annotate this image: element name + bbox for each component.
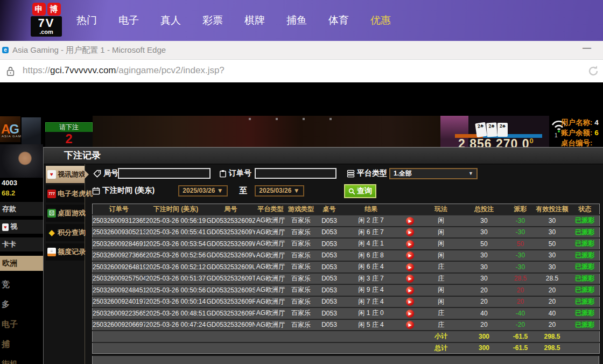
cell-status: 已派彩 [571, 284, 600, 296]
nav-item-真人[interactable]: 真人 [160, 13, 181, 27]
nav-item-电子[interactable]: 电子 [118, 13, 139, 27]
cell-valid-bet: 20 [534, 296, 571, 308]
rail-item[interactable]: 存款 [0, 202, 43, 216]
platform-list-icon [347, 170, 355, 178]
replay-play-button[interactable]: ▶ [406, 240, 414, 248]
sidebar-item-label: 额度记录 [58, 247, 86, 257]
cell-play-type: 庄 [421, 319, 461, 331]
date-from-select[interactable]: 2025/03/26 ▼ [178, 185, 228, 197]
playing-card: 2♣ [475, 122, 487, 137]
nav-item-彩票[interactable]: 彩票 [202, 13, 223, 27]
refresh-icon[interactable] [587, 65, 600, 80]
sidebar-item-积分查询[interactable]: ◆积分查询 [46, 224, 85, 241]
table-header-cell: 桌号 [316, 204, 343, 215]
rail-item[interactable]: 欧洲 [0, 256, 43, 271]
table-row: 2503260092484512025-03-26 00:50:56GD0532… [93, 284, 600, 296]
address-bar: https://gci.7vvvvvv.com/agingame/pcv2/in… [0, 60, 603, 82]
minimize-button[interactable]: — [583, 43, 591, 53]
cell-replay: ▶ [399, 227, 421, 239]
replay-play-button[interactable]: ▶ [406, 251, 414, 260]
window-title: Asia Gaming - 用户配置 1 - Microsoft Edge [12, 45, 166, 55]
table-row: 2503260092736662025-03-26 00:52:56GD0532… [93, 250, 600, 262]
cell-valid-bet: 30 [534, 215, 571, 227]
cell-result: 闲 6 庄 4 [343, 261, 399, 273]
cell-total-bet: 30 [461, 273, 507, 285]
sidebar-item-label: 桌面游戏 [58, 208, 86, 218]
cell-bet-time: 2025-03-26 00:51:37 [145, 273, 207, 285]
search-button[interactable]: 查询 [344, 184, 376, 198]
nav-item-热门[interactable]: 热门 [76, 13, 97, 27]
cell-result: 闲 3 庄 7 [343, 273, 399, 285]
tag-icon [93, 170, 101, 178]
cell-payout: -30 [507, 227, 534, 239]
logo-badges: 申 博 [32, 3, 61, 16]
platform-label: 平台类型 [357, 169, 387, 178]
replay-play-button[interactable]: ▶ [406, 286, 414, 295]
rail-item[interactable]: 多 [0, 298, 43, 311]
rail-item[interactable]: 卡卡 [0, 237, 43, 251]
nav-item-捕鱼[interactable]: 捕鱼 [286, 13, 307, 27]
bet-time-label-group: 下注时间 (美东) [92, 186, 155, 195]
table-header-cell: 平台类型 [255, 204, 286, 215]
replay-play-button[interactable]: ▶ [406, 298, 414, 306]
cell-status: 已派彩 [571, 250, 600, 262]
nav-item-棋牌[interactable]: 棋牌 [244, 13, 265, 27]
cell-table-no: D053 [316, 307, 343, 319]
site-logo[interactable]: 申 博 7V .com [30, 3, 62, 37]
cell-status: 已派彩 [571, 307, 600, 319]
nav-item-优惠[interactable]: 优惠 [370, 13, 391, 27]
rail-item[interactable]: 4003 [0, 178, 43, 188]
cell-total-bet: 30 [461, 215, 507, 227]
rail-item[interactable]: 街机 [0, 358, 43, 364]
table-row: 2503260092235652025-03-26 00:48:51GD0532… [93, 307, 600, 319]
cell-valid-bet: 28.5 [534, 273, 571, 285]
sidebar-item-电子老虎机[interactable]: 777电子老虎机 [46, 185, 85, 202]
subtotal-bet: 300 [461, 331, 507, 342]
sidebar-item-label: 电子老虎机 [58, 189, 93, 199]
round-id-input[interactable] [118, 168, 211, 179]
screen: { "nav": { "logo": {"badge_left":"申","ba… [0, 0, 603, 364]
url-input[interactable]: https://gci.7vvvvvv.com/agingame/pcv2/in… [23, 65, 225, 76]
rail-item[interactable]: 竞 [0, 278, 43, 291]
total-status-blank [571, 342, 600, 354]
rail-item[interactable]: 68.2 [0, 188, 43, 198]
cell-round-id: GD0532532609R [207, 296, 255, 308]
rail-item[interactable]: ♥视 [0, 220, 43, 234]
replay-play-button[interactable]: ▶ [406, 217, 414, 225]
cell-total-bet: 20 [461, 296, 507, 308]
cell-bet-time: 2025-03-26 00:53:54 [145, 238, 207, 250]
cell-bet-time: 2025-03-26 00:48:51 [145, 307, 207, 319]
cell-platform: AG欧洲厅 [255, 273, 286, 285]
date-to-select[interactable]: 2025/03/26 ▼ [255, 185, 304, 197]
cell-order-id: 250326009240197 [93, 296, 145, 308]
nav-item-体育[interactable]: 体育 [328, 13, 349, 27]
cell-play-type: 闲 [421, 215, 461, 227]
replay-play-button[interactable]: ▶ [406, 321, 414, 329]
cell-result: 闲 6 庄 7 [343, 227, 399, 239]
clipboard-icon [219, 170, 227, 178]
table-game-icon: ⚄ [47, 209, 56, 218]
rail-item[interactable]: 捕 [0, 338, 43, 351]
platform-select[interactable]: 1.全部 ▼ [389, 168, 478, 179]
cell-result: 闲 2 庄 7 [343, 215, 399, 227]
cell-play-type: 庄 [421, 261, 461, 273]
cell-game-type: 百家乐 [286, 284, 316, 296]
subtotal-spacer [93, 331, 421, 342]
sidebar-item-桌面游戏[interactable]: ⚄桌面游戏 [46, 205, 85, 222]
cell-result: 闲 1 庄 0 [343, 307, 399, 319]
round-id-label: 局号 [103, 169, 118, 178]
replay-play-button[interactable]: ▶ [406, 275, 414, 283]
rail-item[interactable]: 电子 [0, 318, 43, 331]
sidebar-item-额度记录[interactable]: ≡额度记录 [46, 243, 85, 261]
table-row: 2503260092575042025-03-26 00:51:37GD0532… [93, 273, 600, 285]
cell-status: 已派彩 [571, 227, 600, 239]
cell-play-type: 庄 [421, 307, 461, 319]
replay-play-button[interactable]: ▶ [406, 228, 414, 236]
replay-play-button[interactable]: ▶ [406, 310, 414, 318]
cell-payout: -30 [507, 215, 534, 227]
order-id-input[interactable] [255, 168, 336, 179]
cell-table-no: D053 [316, 319, 343, 331]
sidebar-item-视讯游戏[interactable]: ♥视讯游戏 [46, 166, 85, 183]
replay-play-button[interactable]: ▶ [406, 263, 414, 271]
cell-bet-time: 2025-03-26 00:52:12 [145, 261, 207, 273]
